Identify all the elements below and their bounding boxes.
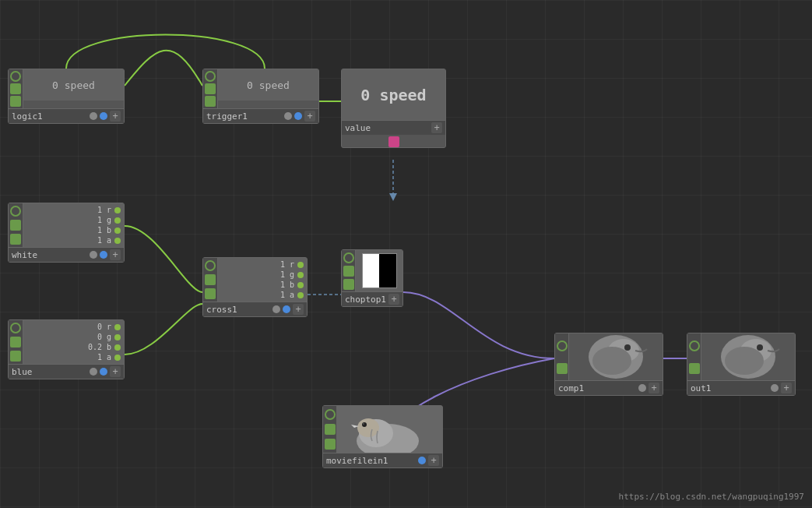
choptop1-icon-mid (343, 266, 354, 277)
blue-label: blue (12, 367, 87, 377)
value-pink-connector[interactable] (388, 136, 399, 147)
choptop1-icon-bot (343, 279, 354, 290)
svg-point-6 (592, 347, 631, 375)
value-label: value (345, 123, 429, 133)
svg-point-17 (362, 422, 367, 427)
blue-icon-mid2 (10, 351, 21, 362)
trigger1-dot-plus[interactable]: + (304, 111, 315, 122)
url-label: https://blog.csdn.net/wangpuqing1997 (619, 492, 804, 502)
white-dot-plus[interactable]: + (110, 249, 121, 260)
svg-marker-1 (389, 193, 397, 201)
value-speed: 0 speed (342, 69, 445, 120)
logic1-icon-top (10, 71, 21, 82)
logic1-dot-gray (90, 112, 97, 120)
trigger1-dot-gray (284, 112, 292, 120)
svg-point-7 (624, 344, 631, 351)
blue-icon-mid1 (10, 337, 21, 347)
trigger1-icon-mid1 (205, 83, 216, 94)
comp1-dot-plus[interactable]: + (649, 383, 659, 393)
logic1-icon-mid1 (10, 83, 21, 94)
moviefile1-icon-bot (325, 439, 336, 450)
moviefile1-icon-top (325, 409, 336, 420)
moviefile1-dot-plus[interactable]: + (428, 455, 439, 466)
trigger1-icon-mid2 (205, 96, 216, 107)
choptop1-icon-top (343, 252, 354, 263)
out1-icon-mid (689, 363, 700, 374)
moviefilein1-thumbnail (337, 406, 442, 453)
blue-channels: 0 r 0 g 0.2 b 1 a (23, 320, 124, 364)
trigger1-dot-blue (294, 112, 302, 120)
cross1-icon-mid2 (205, 288, 216, 299)
node-comp1[interactable]: comp1 + (554, 333, 663, 396)
blue-dot-plus[interactable]: + (110, 366, 121, 377)
blue-icon-top (10, 323, 21, 333)
cross1-icon-mid1 (205, 274, 216, 285)
cross1-dot-plus[interactable]: + (293, 304, 304, 315)
node-choptop1[interactable]: choptop1 + (341, 249, 403, 307)
white-icon-mid2 (10, 234, 21, 245)
comp1-icon-top (557, 340, 568, 351)
node-logic1[interactable]: 0 speed logic1 + (8, 69, 125, 124)
node-cross1[interactable]: 1 r 1 g 1 b 1 a cross1 + (202, 257, 308, 317)
choptop1-preview (356, 250, 402, 291)
out1-dot-gray (771, 384, 779, 392)
choptop1-label: choptop1 (345, 295, 386, 305)
svg-point-12 (757, 344, 763, 351)
svg-point-16 (357, 418, 379, 437)
white-icon-top (10, 206, 21, 217)
out1-thumbnail (701, 333, 795, 380)
svg-point-11 (725, 347, 764, 375)
cross1-label: cross1 (206, 305, 270, 315)
node-blue[interactable]: 0 r 0 g 0.2 b 1 a blue + (8, 319, 125, 379)
white-dot-gray (90, 251, 97, 259)
blue-dot-gray (90, 368, 97, 376)
node-moviefilein1[interactable]: moviefilein1 + (322, 405, 443, 468)
out1-label: out1 (691, 383, 768, 393)
trigger1-icon-top (205, 71, 216, 82)
trigger1-label: trigger1 (206, 111, 282, 122)
node-value[interactable]: 0 speed value + (341, 69, 446, 148)
moviefile1-icon-mid (325, 424, 336, 435)
node-trigger1[interactable]: 0 speed trigger1 + (202, 69, 319, 124)
out1-dot-plus[interactable]: + (781, 383, 792, 393)
white-icon-mid1 (10, 220, 21, 231)
trigger1-speed: 0 speed (218, 69, 318, 101)
white-channels: 1 r 1 g 1 b 1 a (23, 203, 124, 247)
blue-dot-blue (100, 368, 107, 376)
comp1-thumbnail (569, 333, 663, 380)
value-dot-plus[interactable]: + (431, 122, 442, 133)
logic1-icon-mid2 (10, 96, 21, 107)
logic1-dot-blue (100, 112, 107, 120)
moviefile1-dot-blue (418, 457, 426, 464)
cross1-channels: 1 r 1 g 1 b 1 a (218, 258, 307, 302)
cross1-icon-top (205, 260, 216, 271)
comp1-dot-gray (638, 384, 646, 392)
node-white[interactable]: 1 r 1 g 1 b 1 a white + (8, 203, 125, 263)
comp1-icon-mid (557, 363, 568, 374)
logic1-speed: 0 speed (23, 69, 124, 101)
comp1-label: comp1 (558, 383, 636, 393)
node-out1[interactable]: out1 + (687, 333, 796, 396)
moviefilein1-label: moviefilein1 (326, 456, 416, 466)
white-dot-blue (100, 251, 107, 259)
out1-icon-top (689, 340, 700, 351)
logic1-label: logic1 (12, 111, 87, 122)
cross1-dot-gray (272, 305, 280, 313)
white-label: white (12, 250, 87, 260)
svg-point-18 (363, 423, 364, 425)
cross1-dot-blue (283, 305, 290, 313)
logic1-dot-plus[interactable]: + (110, 111, 121, 122)
choptop1-dot-plus[interactable]: + (388, 294, 399, 305)
